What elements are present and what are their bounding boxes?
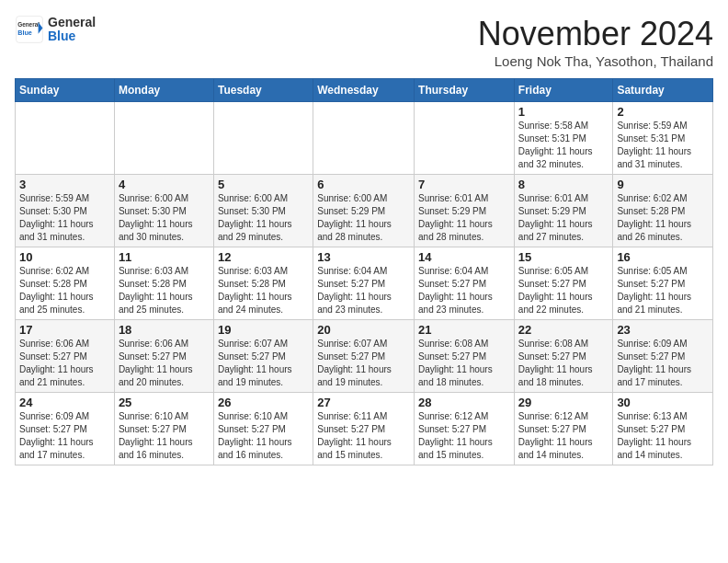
day-header-tuesday: Tuesday <box>213 79 313 102</box>
day-info: Sunrise: 6:03 AM Sunset: 5:28 PM Dayligh… <box>119 265 210 316</box>
day-number: 29 <box>518 396 609 409</box>
calendar-cell: 3Sunrise: 5:59 AM Sunset: 5:30 PM Daylig… <box>16 175 115 247</box>
day-number: 15 <box>518 250 609 264</box>
calendar-cell <box>213 102 313 175</box>
calendar-cell: 4Sunrise: 6:00 AM Sunset: 5:30 PM Daylig… <box>114 175 213 247</box>
calendar-cell: 28Sunrise: 6:12 AM Sunset: 5:27 PM Dayli… <box>415 393 515 465</box>
week-row-2: 3Sunrise: 5:59 AM Sunset: 5:30 PM Daylig… <box>16 175 713 247</box>
day-number: 28 <box>418 396 510 409</box>
day-info: Sunrise: 5:59 AM Sunset: 5:31 PM Dayligh… <box>617 120 709 171</box>
calendar-cell: 9Sunrise: 6:02 AM Sunset: 5:28 PM Daylig… <box>613 175 713 247</box>
calendar-cell: 29Sunrise: 6:12 AM Sunset: 5:27 PM Dayli… <box>514 393 613 465</box>
day-number: 9 <box>617 178 709 191</box>
day-info: Sunrise: 6:08 AM Sunset: 5:27 PM Dayligh… <box>418 338 510 389</box>
day-info: Sunrise: 6:09 AM Sunset: 5:27 PM Dayligh… <box>19 410 110 462</box>
day-info: Sunrise: 6:09 AM Sunset: 5:27 PM Dayligh… <box>617 338 709 389</box>
day-info: Sunrise: 5:58 AM Sunset: 5:31 PM Dayligh… <box>518 120 609 171</box>
calendar-header-row: SundayMondayTuesdayWednesdayThursdayFrid… <box>16 79 713 102</box>
day-number: 1 <box>518 105 609 119</box>
day-number: 3 <box>19 178 110 191</box>
day-number: 7 <box>418 178 510 191</box>
day-number: 23 <box>617 323 709 337</box>
calendar-cell: 11Sunrise: 6:03 AM Sunset: 5:28 PM Dayli… <box>114 247 213 320</box>
title-block: November 2024 Loeng Nok Tha, Yasothon, T… <box>478 15 713 69</box>
day-number: 16 <box>617 250 709 264</box>
day-number: 24 <box>19 396 110 409</box>
day-info: Sunrise: 6:00 AM Sunset: 5:30 PM Dayligh… <box>119 192 210 244</box>
calendar-cell: 12Sunrise: 6:03 AM Sunset: 5:28 PM Dayli… <box>213 247 313 320</box>
calendar-cell: 8Sunrise: 6:01 AM Sunset: 5:29 PM Daylig… <box>514 175 613 247</box>
day-info: Sunrise: 6:05 AM Sunset: 5:27 PM Dayligh… <box>617 265 709 316</box>
day-number: 5 <box>218 178 309 191</box>
calendar-cell: 1Sunrise: 5:58 AM Sunset: 5:31 PM Daylig… <box>514 102 613 175</box>
calendar-cell: 2Sunrise: 5:59 AM Sunset: 5:31 PM Daylig… <box>613 102 713 175</box>
calendar-cell <box>16 102 115 175</box>
day-info: Sunrise: 6:07 AM Sunset: 5:27 PM Dayligh… <box>218 338 309 389</box>
day-info: Sunrise: 6:13 AM Sunset: 5:27 PM Dayligh… <box>617 410 709 462</box>
logo-text: General Blue <box>48 16 96 44</box>
day-info: Sunrise: 6:12 AM Sunset: 5:27 PM Dayligh… <box>418 410 510 462</box>
calendar: SundayMondayTuesdayWednesdayThursdayFrid… <box>15 78 713 465</box>
day-number: 25 <box>119 396 210 409</box>
calendar-cell: 18Sunrise: 6:06 AM Sunset: 5:27 PM Dayli… <box>114 320 213 393</box>
day-info: Sunrise: 6:01 AM Sunset: 5:29 PM Dayligh… <box>518 192 609 244</box>
day-number: 10 <box>19 250 110 264</box>
calendar-cell: 24Sunrise: 6:09 AM Sunset: 5:27 PM Dayli… <box>16 393 115 465</box>
day-number: 4 <box>119 178 210 191</box>
day-header-friday: Friday <box>514 79 613 102</box>
day-info: Sunrise: 6:06 AM Sunset: 5:27 PM Dayligh… <box>19 338 110 389</box>
day-header-sunday: Sunday <box>16 79 115 102</box>
day-number: 17 <box>19 323 110 337</box>
page: General Blue General Blue November 2024 … <box>0 0 728 563</box>
day-number: 30 <box>617 396 709 409</box>
calendar-cell: 14Sunrise: 6:04 AM Sunset: 5:27 PM Dayli… <box>415 247 515 320</box>
calendar-cell: 15Sunrise: 6:05 AM Sunset: 5:27 PM Dayli… <box>514 247 613 320</box>
day-info: Sunrise: 6:12 AM Sunset: 5:27 PM Dayligh… <box>518 410 609 462</box>
day-number: 22 <box>518 323 609 337</box>
logo: General Blue General Blue <box>15 15 96 44</box>
day-number: 21 <box>418 323 510 337</box>
day-info: Sunrise: 6:04 AM Sunset: 5:27 PM Dayligh… <box>418 265 510 316</box>
calendar-cell: 27Sunrise: 6:11 AM Sunset: 5:27 PM Dayli… <box>313 393 415 465</box>
day-header-monday: Monday <box>114 79 213 102</box>
calendar-cell: 20Sunrise: 6:07 AM Sunset: 5:27 PM Dayli… <box>313 320 415 393</box>
svg-text:General: General <box>17 21 40 28</box>
calendar-cell: 5Sunrise: 6:00 AM Sunset: 5:30 PM Daylig… <box>213 175 313 247</box>
day-number: 26 <box>218 396 309 409</box>
logo-blue: Blue <box>48 29 96 43</box>
logo-icon: General Blue <box>15 15 44 44</box>
day-number: 6 <box>317 178 410 191</box>
week-row-4: 17Sunrise: 6:06 AM Sunset: 5:27 PM Dayli… <box>16 320 713 393</box>
logo-general: General <box>48 16 96 29</box>
day-header-thursday: Thursday <box>415 79 515 102</box>
day-info: Sunrise: 5:59 AM Sunset: 5:30 PM Dayligh… <box>19 192 110 244</box>
calendar-cell <box>415 102 515 175</box>
day-info: Sunrise: 6:06 AM Sunset: 5:27 PM Dayligh… <box>119 338 210 389</box>
day-info: Sunrise: 6:08 AM Sunset: 5:27 PM Dayligh… <box>518 338 609 389</box>
day-info: Sunrise: 6:10 AM Sunset: 5:27 PM Dayligh… <box>119 410 210 462</box>
day-number: 13 <box>317 250 410 264</box>
calendar-cell: 25Sunrise: 6:10 AM Sunset: 5:27 PM Dayli… <box>114 393 213 465</box>
day-number: 12 <box>218 250 309 264</box>
day-number: 19 <box>218 323 309 337</box>
day-info: Sunrise: 6:00 AM Sunset: 5:30 PM Dayligh… <box>218 192 309 244</box>
day-info: Sunrise: 6:03 AM Sunset: 5:28 PM Dayligh… <box>218 265 309 316</box>
calendar-cell: 10Sunrise: 6:02 AM Sunset: 5:28 PM Dayli… <box>16 247 115 320</box>
week-row-5: 24Sunrise: 6:09 AM Sunset: 5:27 PM Dayli… <box>16 393 713 465</box>
day-info: Sunrise: 6:10 AM Sunset: 5:27 PM Dayligh… <box>218 410 309 462</box>
calendar-cell <box>313 102 415 175</box>
day-number: 27 <box>317 396 410 409</box>
calendar-cell: 21Sunrise: 6:08 AM Sunset: 5:27 PM Dayli… <box>415 320 515 393</box>
header: General Blue General Blue November 2024 … <box>15 15 713 69</box>
day-header-saturday: Saturday <box>613 79 713 102</box>
calendar-cell: 19Sunrise: 6:07 AM Sunset: 5:27 PM Dayli… <box>213 320 313 393</box>
day-number: 2 <box>617 105 709 119</box>
day-number: 18 <box>119 323 210 337</box>
calendar-cell <box>114 102 213 175</box>
month-title: November 2024 <box>478 15 713 53</box>
day-info: Sunrise: 6:02 AM Sunset: 5:28 PM Dayligh… <box>19 265 110 316</box>
day-header-wednesday: Wednesday <box>313 79 415 102</box>
calendar-cell: 6Sunrise: 6:00 AM Sunset: 5:29 PM Daylig… <box>313 175 415 247</box>
calendar-cell: 16Sunrise: 6:05 AM Sunset: 5:27 PM Dayli… <box>613 247 713 320</box>
calendar-cell: 26Sunrise: 6:10 AM Sunset: 5:27 PM Dayli… <box>213 393 313 465</box>
